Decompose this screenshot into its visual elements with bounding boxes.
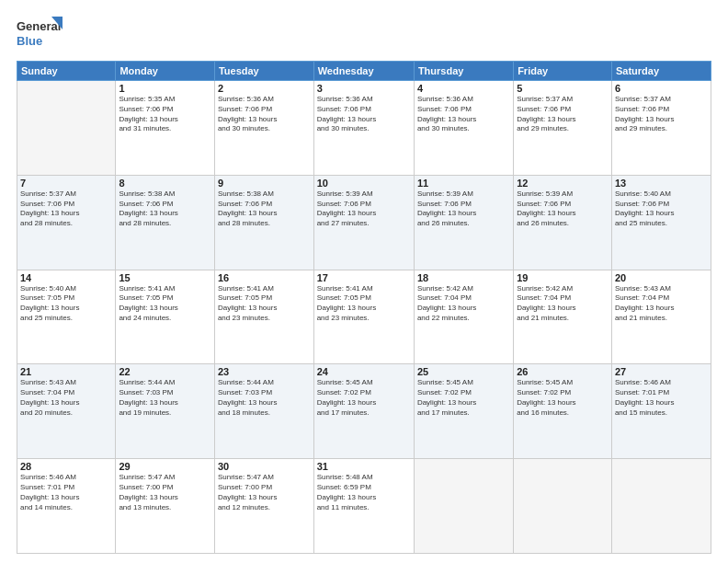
- logo: General Blue: [17, 15, 64, 53]
- day-info: Sunrise: 5:46 AM Sunset: 7:01 PM Dayligh…: [615, 378, 708, 418]
- day-cell: 29Sunrise: 5:47 AM Sunset: 7:00 PM Dayli…: [116, 459, 215, 554]
- day-number: 22: [119, 366, 211, 377]
- logo-svg: General Blue: [17, 15, 64, 53]
- day-number: 30: [218, 461, 311, 472]
- day-cell: 6Sunrise: 5:37 AM Sunset: 7:06 PM Daylig…: [611, 81, 711, 176]
- col-header-thursday: Thursday: [414, 62, 513, 81]
- day-number: 6: [615, 83, 708, 94]
- day-cell: 8Sunrise: 5:38 AM Sunset: 7:06 PM Daylig…: [116, 175, 215, 270]
- day-cell: 14Sunrise: 5:40 AM Sunset: 7:05 PM Dayli…: [17, 270, 116, 364]
- day-cell: 15Sunrise: 5:41 AM Sunset: 7:05 PM Dayli…: [116, 270, 215, 364]
- day-cell: 13Sunrise: 5:40 AM Sunset: 7:06 PM Dayli…: [611, 175, 711, 270]
- day-cell: 27Sunrise: 5:46 AM Sunset: 7:01 PM Dayli…: [611, 364, 711, 459]
- day-number: 12: [517, 178, 609, 189]
- day-number: 13: [615, 178, 708, 189]
- day-number: 2: [218, 83, 311, 94]
- day-info: Sunrise: 5:45 AM Sunset: 7:02 PM Dayligh…: [417, 378, 510, 418]
- day-info: Sunrise: 5:37 AM Sunset: 7:06 PM Dayligh…: [517, 95, 609, 134]
- day-number: 15: [119, 272, 211, 283]
- day-number: 31: [317, 461, 411, 472]
- day-cell: 19Sunrise: 5:42 AM Sunset: 7:04 PM Dayli…: [514, 270, 612, 364]
- day-info: Sunrise: 5:43 AM Sunset: 7:04 PM Dayligh…: [20, 378, 112, 418]
- day-number: 28: [20, 461, 112, 472]
- col-header-friday: Friday: [514, 62, 612, 81]
- day-number: 24: [317, 366, 411, 377]
- day-cell: [17, 81, 116, 176]
- day-info: Sunrise: 5:36 AM Sunset: 7:06 PM Dayligh…: [317, 95, 411, 134]
- day-cell: 21Sunrise: 5:43 AM Sunset: 7:04 PM Dayli…: [17, 364, 116, 459]
- day-cell: [514, 459, 612, 554]
- page: General Blue SundayMondayTuesdayWednesda…: [0, 0, 728, 563]
- day-number: 23: [218, 366, 311, 377]
- day-number: 8: [119, 178, 211, 189]
- day-info: Sunrise: 5:45 AM Sunset: 7:02 PM Dayligh…: [517, 378, 609, 418]
- day-number: 7: [20, 178, 112, 189]
- day-info: Sunrise: 5:41 AM Sunset: 7:05 PM Dayligh…: [119, 284, 211, 324]
- week-row-4: 21Sunrise: 5:43 AM Sunset: 7:04 PM Dayli…: [17, 364, 711, 459]
- day-number: 26: [517, 366, 609, 377]
- day-number: 11: [417, 178, 510, 189]
- col-header-wednesday: Wednesday: [313, 62, 414, 81]
- day-cell: 31Sunrise: 5:48 AM Sunset: 6:59 PM Dayli…: [313, 459, 414, 554]
- col-header-tuesday: Tuesday: [214, 62, 313, 81]
- day-cell: 2Sunrise: 5:36 AM Sunset: 7:06 PM Daylig…: [214, 81, 313, 176]
- week-row-1: 1Sunrise: 5:35 AM Sunset: 7:06 PM Daylig…: [17, 81, 711, 176]
- day-number: 27: [615, 366, 708, 377]
- week-row-3: 14Sunrise: 5:40 AM Sunset: 7:05 PM Dayli…: [17, 270, 711, 364]
- day-cell: 28Sunrise: 5:46 AM Sunset: 7:01 PM Dayli…: [17, 459, 116, 554]
- day-info: Sunrise: 5:40 AM Sunset: 7:05 PM Dayligh…: [20, 284, 112, 324]
- day-number: 25: [417, 366, 510, 377]
- day-number: 14: [20, 272, 112, 283]
- header: General Blue: [17, 15, 711, 53]
- day-cell: 4Sunrise: 5:36 AM Sunset: 7:06 PM Daylig…: [414, 81, 513, 176]
- day-info: Sunrise: 5:37 AM Sunset: 7:06 PM Dayligh…: [20, 190, 112, 229]
- day-number: 19: [517, 272, 609, 283]
- day-number: 10: [317, 178, 411, 189]
- day-info: Sunrise: 5:45 AM Sunset: 7:02 PM Dayligh…: [317, 378, 411, 418]
- day-number: 21: [20, 366, 112, 377]
- day-cell: 18Sunrise: 5:42 AM Sunset: 7:04 PM Dayli…: [414, 270, 513, 364]
- day-info: Sunrise: 5:37 AM Sunset: 7:06 PM Dayligh…: [615, 95, 708, 134]
- day-info: Sunrise: 5:39 AM Sunset: 7:06 PM Dayligh…: [317, 190, 411, 229]
- day-info: Sunrise: 5:38 AM Sunset: 7:06 PM Dayligh…: [119, 190, 211, 229]
- calendar-body: 1Sunrise: 5:35 AM Sunset: 7:06 PM Daylig…: [17, 81, 711, 554]
- day-info: Sunrise: 5:40 AM Sunset: 7:06 PM Dayligh…: [615, 190, 708, 229]
- day-cell: 3Sunrise: 5:36 AM Sunset: 7:06 PM Daylig…: [313, 81, 414, 176]
- day-cell: 1Sunrise: 5:35 AM Sunset: 7:06 PM Daylig…: [116, 81, 215, 176]
- day-info: Sunrise: 5:42 AM Sunset: 7:04 PM Dayligh…: [417, 284, 510, 324]
- day-cell: 20Sunrise: 5:43 AM Sunset: 7:04 PM Dayli…: [611, 270, 711, 364]
- day-cell: 7Sunrise: 5:37 AM Sunset: 7:06 PM Daylig…: [17, 175, 116, 270]
- day-cell: 30Sunrise: 5:47 AM Sunset: 7:00 PM Dayli…: [214, 459, 313, 554]
- day-info: Sunrise: 5:44 AM Sunset: 7:03 PM Dayligh…: [218, 378, 311, 418]
- day-info: Sunrise: 5:48 AM Sunset: 6:59 PM Dayligh…: [317, 473, 411, 512]
- day-number: 3: [317, 83, 411, 94]
- day-cell: 25Sunrise: 5:45 AM Sunset: 7:02 PM Dayli…: [414, 364, 513, 459]
- day-number: 17: [317, 272, 411, 283]
- day-info: Sunrise: 5:35 AM Sunset: 7:06 PM Dayligh…: [119, 95, 211, 134]
- day-cell: 11Sunrise: 5:39 AM Sunset: 7:06 PM Dayli…: [414, 175, 513, 270]
- day-number: 20: [615, 272, 708, 283]
- day-info: Sunrise: 5:47 AM Sunset: 7:00 PM Dayligh…: [218, 473, 311, 512]
- day-info: Sunrise: 5:41 AM Sunset: 7:05 PM Dayligh…: [317, 284, 411, 324]
- day-cell: 10Sunrise: 5:39 AM Sunset: 7:06 PM Dayli…: [313, 175, 414, 270]
- column-headers: SundayMondayTuesdayWednesdayThursdayFrid…: [17, 62, 711, 81]
- day-number: 29: [119, 461, 211, 472]
- day-number: 4: [417, 83, 510, 94]
- day-cell: 5Sunrise: 5:37 AM Sunset: 7:06 PM Daylig…: [514, 81, 612, 176]
- day-cell: 23Sunrise: 5:44 AM Sunset: 7:03 PM Dayli…: [214, 364, 313, 459]
- week-row-2: 7Sunrise: 5:37 AM Sunset: 7:06 PM Daylig…: [17, 175, 711, 270]
- day-info: Sunrise: 5:39 AM Sunset: 7:06 PM Dayligh…: [417, 190, 510, 229]
- col-header-sunday: Sunday: [17, 62, 116, 81]
- calendar-table: SundayMondayTuesdayWednesdayThursdayFrid…: [17, 61, 711, 554]
- day-info: Sunrise: 5:47 AM Sunset: 7:00 PM Dayligh…: [119, 473, 211, 512]
- day-cell: 22Sunrise: 5:44 AM Sunset: 7:03 PM Dayli…: [116, 364, 215, 459]
- day-info: Sunrise: 5:39 AM Sunset: 7:06 PM Dayligh…: [517, 190, 609, 229]
- day-number: 1: [119, 83, 211, 94]
- day-cell: 24Sunrise: 5:45 AM Sunset: 7:02 PM Dayli…: [313, 364, 414, 459]
- day-cell: 12Sunrise: 5:39 AM Sunset: 7:06 PM Dayli…: [514, 175, 612, 270]
- day-cell: 17Sunrise: 5:41 AM Sunset: 7:05 PM Dayli…: [313, 270, 414, 364]
- day-number: 9: [218, 178, 311, 189]
- col-header-saturday: Saturday: [611, 62, 711, 81]
- week-row-5: 28Sunrise: 5:46 AM Sunset: 7:01 PM Dayli…: [17, 459, 711, 554]
- day-cell: [611, 459, 711, 554]
